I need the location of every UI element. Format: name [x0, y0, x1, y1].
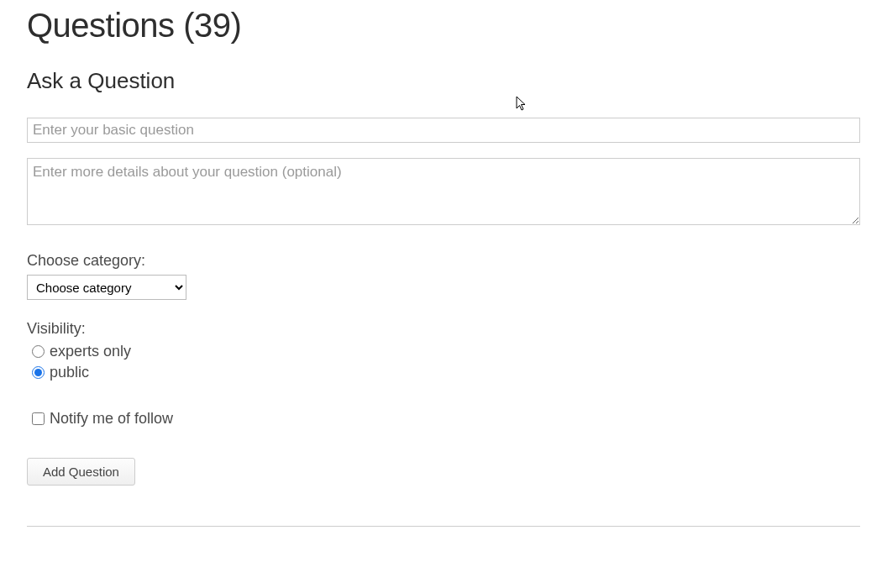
details-row	[27, 158, 855, 228]
visibility-experts-radio[interactable]	[32, 345, 45, 358]
category-row: Choose category: Choose category	[27, 252, 855, 300]
visibility-experts-row[interactable]: experts only	[32, 343, 855, 360]
visibility-block: Visibility: experts only public	[27, 320, 855, 381]
add-question-button[interactable]: Add Question	[27, 458, 135, 486]
visibility-experts-label: experts only	[50, 343, 131, 360]
category-label: Choose category:	[27, 252, 855, 270]
notify-row[interactable]: Notify me of follow	[32, 410, 855, 428]
visibility-public-row[interactable]: public	[32, 364, 855, 381]
page-container: Questions (39) Ask a Question Choose cat…	[0, 0, 882, 527]
ask-question-heading: Ask a Question	[27, 68, 855, 94]
question-row	[27, 118, 855, 143]
page-title: Questions (39)	[27, 7, 855, 45]
visibility-public-radio[interactable]	[32, 366, 45, 379]
visibility-label: Visibility:	[27, 320, 855, 338]
submit-row: Add Question	[27, 458, 855, 486]
notify-checkbox[interactable]	[32, 412, 45, 425]
notify-block: Notify me of follow	[27, 410, 855, 428]
details-textarea[interactable]	[27, 158, 860, 225]
visibility-public-label: public	[50, 364, 89, 381]
divider	[27, 526, 860, 527]
notify-label: Notify me of follow	[50, 410, 173, 428]
question-input[interactable]	[27, 118, 860, 143]
category-select[interactable]: Choose category	[27, 275, 186, 300]
